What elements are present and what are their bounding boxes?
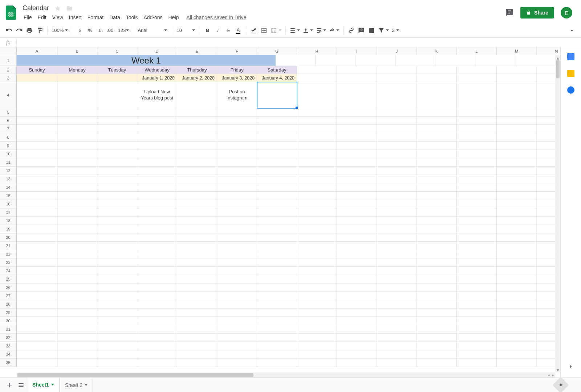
cell-B8[interactable] (57, 133, 97, 142)
cell-E28[interactable] (177, 300, 217, 309)
cell-H12[interactable] (297, 167, 337, 175)
cell-D17[interactable] (137, 208, 177, 217)
cell-I13[interactable] (337, 175, 377, 183)
cell-C24[interactable] (97, 267, 137, 275)
cell-B18[interactable] (57, 217, 97, 225)
menu-tools[interactable]: Tools (123, 13, 141, 22)
column-header-B[interactable]: B (57, 47, 97, 55)
row-header-21[interactable]: 21 (0, 242, 17, 250)
cell-N23[interactable] (537, 258, 555, 267)
cell-I20[interactable] (337, 233, 377, 242)
cell-M19[interactable] (497, 225, 537, 233)
cell-C9[interactable] (97, 142, 137, 150)
format-currency-button[interactable]: $ (75, 26, 85, 35)
cell-B25[interactable] (57, 275, 97, 283)
cell-H7[interactable] (297, 125, 337, 133)
comments-icon[interactable] (505, 8, 514, 17)
cell-D28[interactable] (137, 300, 177, 309)
cell-E32[interactable] (177, 334, 217, 342)
move-folder-icon[interactable] (65, 4, 74, 13)
vertical-scroll-thumb[interactable] (556, 60, 560, 78)
cell-M17[interactable] (497, 208, 537, 217)
cell-L25[interactable] (457, 275, 497, 283)
cell-E18[interactable] (177, 217, 217, 225)
cell-M7[interactable] (497, 125, 537, 133)
cell-H29[interactable] (297, 309, 337, 317)
column-header-L[interactable]: L (457, 47, 497, 55)
cell-B15[interactable] (57, 192, 97, 200)
cell-B9[interactable] (57, 142, 97, 150)
cell-L35[interactable] (457, 359, 497, 367)
decrease-decimal-button[interactable]: .0↓ (96, 26, 105, 35)
cell-A26[interactable] (17, 283, 57, 292)
cell-M5[interactable] (497, 108, 537, 117)
cell-H34[interactable] (297, 350, 337, 359)
cell-G24[interactable] (257, 267, 297, 275)
column-header-D[interactable]: D (137, 47, 177, 55)
cell-M3[interactable] (497, 74, 537, 82)
cell-L12[interactable] (457, 167, 497, 175)
cell-G18[interactable] (257, 217, 297, 225)
cell-F27[interactable] (217, 292, 257, 300)
cell-L21[interactable] (457, 242, 497, 250)
cell-C12[interactable] (97, 167, 137, 175)
cell-L17[interactable] (457, 208, 497, 217)
cell-G27[interactable] (257, 292, 297, 300)
cell-L30[interactable] (457, 317, 497, 325)
cell-I6[interactable] (337, 117, 377, 125)
insert-chart-button[interactable] (367, 26, 376, 35)
cell-J3[interactable] (377, 74, 417, 82)
cell-L23[interactable] (457, 258, 497, 267)
day-header-wednesday[interactable]: Wednesday (137, 66, 177, 74)
cell-G31[interactable] (257, 325, 297, 334)
menu-insert[interactable]: Insert (66, 13, 84, 22)
cell-E21[interactable] (177, 242, 217, 250)
cell-A8[interactable] (17, 133, 57, 142)
print-button[interactable] (25, 26, 34, 35)
cell-F32[interactable] (217, 334, 257, 342)
cell-G28[interactable] (257, 300, 297, 309)
cell-G35[interactable] (257, 359, 297, 367)
row-header-9[interactable]: 9 (0, 142, 17, 150)
insert-comment-button[interactable] (357, 26, 366, 35)
cell-M14[interactable] (497, 183, 537, 192)
cell-K25[interactable] (417, 275, 457, 283)
cell-K11[interactable] (417, 158, 457, 167)
cell-G5[interactable] (257, 108, 297, 117)
row-header-29[interactable]: 29 (0, 309, 17, 317)
cell-H32[interactable] (297, 334, 337, 342)
cell-B32[interactable] (57, 334, 97, 342)
text-color-button[interactable]: A (233, 26, 243, 35)
cell-K5[interactable] (417, 108, 457, 117)
cell-C8[interactable] (97, 133, 137, 142)
zoom-select[interactable]: 100% (50, 26, 69, 35)
cell-M30[interactable] (497, 317, 537, 325)
cell-G30[interactable] (257, 317, 297, 325)
cell-F11[interactable] (217, 158, 257, 167)
cell-L19[interactable] (457, 225, 497, 233)
row-header-25[interactable]: 25 (0, 275, 17, 283)
cell-M20[interactable] (497, 233, 537, 242)
cell-K8[interactable] (417, 133, 457, 142)
cell-N17[interactable] (537, 208, 555, 217)
cell-N11[interactable] (537, 158, 555, 167)
collapse-toolbar-button[interactable] (567, 26, 577, 35)
cell-A22[interactable] (17, 250, 57, 258)
cell-E17[interactable] (177, 208, 217, 217)
cell-E27[interactable] (177, 292, 217, 300)
cell-A11[interactable] (17, 158, 57, 167)
cell-D25[interactable] (137, 275, 177, 283)
row-header-23[interactable]: 23 (0, 258, 17, 267)
cell-K22[interactable] (417, 250, 457, 258)
cell-G8[interactable] (257, 133, 297, 142)
cell-E16[interactable] (177, 200, 217, 208)
cell-L5[interactable] (457, 108, 497, 117)
cell-A9[interactable] (17, 142, 57, 150)
cell-D16[interactable] (137, 200, 177, 208)
row-header-6[interactable]: 6 (0, 117, 17, 125)
date-cell-A3[interactable] (17, 74, 57, 82)
cell-B34[interactable] (57, 350, 97, 359)
cell-M21[interactable] (497, 242, 537, 250)
cell-E8[interactable] (177, 133, 217, 142)
cell-J20[interactable] (377, 233, 417, 242)
